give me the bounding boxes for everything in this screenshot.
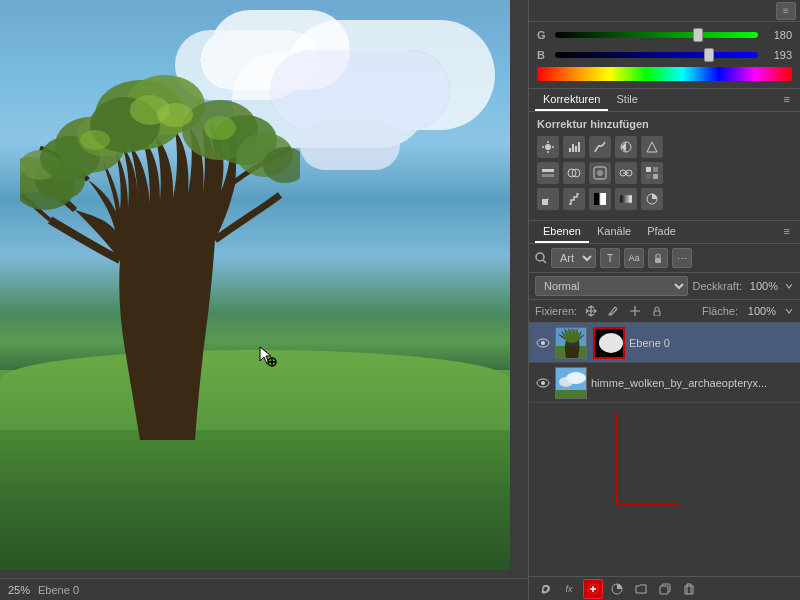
opacity-label: Deckkraft: (692, 280, 742, 292)
canvas-doc-info: Ebene 0 (38, 584, 79, 596)
svg-point-52 (536, 253, 544, 261)
corr-icon-brightness[interactable] (537, 136, 559, 158)
correction-icons-row-1 (537, 136, 792, 158)
tab-ebenen[interactable]: Ebenen (535, 221, 589, 243)
cloud-3 (300, 120, 400, 170)
svg-rect-44 (653, 174, 658, 179)
b-value: 193 (764, 49, 792, 61)
fix-icon-cross[interactable] (627, 303, 643, 319)
canvas-image (0, 0, 510, 570)
corr-icon-posterize[interactable] (563, 188, 585, 210)
svg-marker-31 (647, 142, 657, 152)
tab-kanaele[interactable]: Kanäle (589, 221, 639, 243)
layer-item-ebene0[interactable]: Ebene 0 (529, 323, 800, 363)
korrekturen-tabs: Korrekturen Stile ≡ (529, 89, 800, 112)
ebenen-icon-t[interactable]: T (600, 248, 620, 268)
panel-icon-1[interactable]: ≡ (776, 2, 796, 20)
svg-rect-76 (660, 586, 668, 594)
flaeche-value: 100% (744, 305, 776, 317)
svg-point-60 (564, 329, 580, 343)
ebenen-panel-menu[interactable]: ≡ (780, 221, 794, 243)
fixieren-label: Fixieren: (535, 305, 577, 317)
korrekturen-content: Korrektur hinzufügen (529, 112, 800, 221)
b-slider-thumb[interactable] (704, 48, 714, 62)
fix-icon-lock[interactable] (649, 303, 665, 319)
right-panel: ≡ G 180 B 193 Korrekturen Stile (528, 0, 800, 600)
corr-icon-colortable[interactable] (641, 162, 663, 184)
tab-spacer (646, 89, 780, 111)
svg-point-15 (157, 103, 193, 127)
layers-bottom-bar: fx (529, 576, 800, 600)
ebenen-toolbar: Art T Aa ⋯ (529, 244, 800, 273)
zoom-level: 25% (8, 584, 30, 596)
g-value: 180 (764, 29, 792, 41)
corr-icon-selectivecolor[interactable] (641, 188, 663, 210)
svg-point-21 (545, 144, 551, 150)
color-gradient-bar[interactable] (537, 67, 792, 81)
svg-rect-54 (655, 258, 661, 263)
b-slider-track[interactable] (555, 52, 758, 58)
ebenen-icon-filter[interactable]: ⋯ (672, 248, 692, 268)
layer-name-sky: himme_wolken_by_archaeopteryx... (591, 377, 794, 389)
layer-visibility-ebene0[interactable] (535, 335, 551, 351)
ebenen-icon-font[interactable]: Aa (624, 248, 644, 268)
corr-icon-hsl[interactable] (537, 162, 559, 184)
blend-mode-select[interactable]: Normal (535, 276, 688, 296)
korrekturen-title: Korrektur hinzufügen (537, 118, 792, 130)
svg-point-17 (80, 130, 110, 150)
layer-item-sky[interactable]: himme_wolken_by_archaeopteryx... (529, 363, 800, 403)
fix-icon-move[interactable] (583, 303, 599, 319)
lb-delete-icon[interactable] (679, 579, 699, 599)
corr-icon-levels[interactable] (563, 136, 585, 158)
filter-icon (535, 252, 547, 264)
g-slider-track[interactable] (555, 32, 758, 38)
corr-icon-gradient[interactable] (615, 188, 637, 210)
svg-rect-26 (569, 148, 571, 152)
svg-rect-27 (572, 144, 574, 152)
panel-menu-button[interactable]: ≡ (780, 89, 794, 111)
svg-rect-29 (578, 142, 580, 152)
svg-point-57 (541, 341, 545, 345)
opacity-arrow[interactable] (784, 281, 794, 291)
svg-rect-32 (542, 169, 554, 172)
flaeche-label: Fläche: (702, 305, 738, 317)
lb-fx-icon[interactable]: fx (559, 579, 579, 599)
corr-icon-vibrance[interactable] (641, 136, 663, 158)
corr-icon-threshold[interactable] (589, 188, 611, 210)
layers-list: Ebene 0 himme_wolke (529, 323, 800, 576)
corr-icon-invert[interactable] (537, 188, 559, 210)
tab-korrekturen[interactable]: Korrekturen (535, 89, 608, 111)
fix-icon-brush[interactable] (605, 303, 621, 319)
tab-pfade[interactable]: Pfade (639, 221, 684, 243)
corr-icon-colorbalance[interactable] (563, 162, 585, 184)
svg-rect-48 (600, 193, 606, 205)
corr-icon-curves[interactable] (589, 136, 611, 158)
lb-copy-icon[interactable] (655, 579, 675, 599)
correction-icons-row-2 (537, 162, 792, 184)
svg-rect-28 (575, 146, 577, 152)
lb-folder-icon[interactable] (631, 579, 651, 599)
canvas-bottom-bar: 25% Ebene 0 (0, 578, 528, 600)
svg-rect-45 (542, 199, 548, 205)
svg-rect-68 (556, 390, 587, 399)
lb-link-icon[interactable] (535, 579, 555, 599)
filter-select[interactable]: Art (551, 248, 596, 268)
corr-icon-exposure[interactable] (615, 136, 637, 158)
g-slider-row: G 180 (537, 26, 792, 44)
b-label: B (537, 49, 549, 61)
fixieren-row: Fixieren: Fläche: 100% (529, 300, 800, 323)
flaeche-arrow[interactable] (784, 306, 794, 316)
corr-icon-photofilter[interactable] (589, 162, 611, 184)
g-slider-thumb[interactable] (693, 28, 703, 42)
svg-rect-43 (646, 174, 651, 179)
lb-adjustment-icon[interactable] (607, 579, 627, 599)
lb-new-layer-icon[interactable] (583, 579, 603, 599)
corr-icon-channelmixer[interactable] (615, 162, 637, 184)
layer-visibility-sky[interactable] (535, 375, 551, 391)
ebenen-icon-lock[interactable] (648, 248, 668, 268)
layer-thumb-sky (555, 367, 587, 399)
tab-stile[interactable]: Stile (608, 89, 645, 111)
svg-point-67 (559, 377, 573, 387)
correction-icons-row-3 (537, 188, 792, 210)
ebenen-panel: Ebenen Kanäle Pfade ≡ Art T Aa (529, 221, 800, 600)
